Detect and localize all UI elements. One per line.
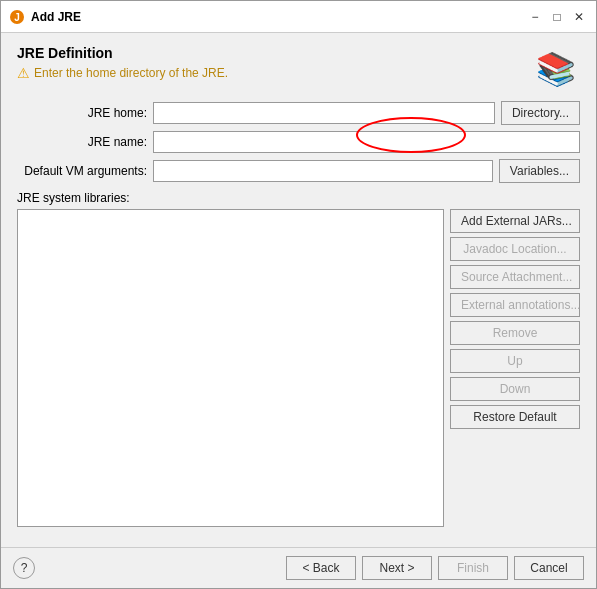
default-vm-label: Default VM arguments:: [17, 164, 147, 178]
next-button[interactable]: Next >: [362, 556, 432, 580]
jre-home-label: JRE home:: [17, 106, 147, 120]
add-external-jars-button[interactable]: Add External JARs...: [450, 209, 580, 233]
external-annotations-button[interactable]: External annotations...: [450, 293, 580, 317]
window-icon: J: [9, 9, 25, 25]
window-title: Add JRE: [31, 10, 81, 24]
close-button[interactable]: ✕: [570, 8, 588, 26]
footer-left: ?: [13, 557, 35, 579]
header-left: JRE Definition ⚠ Enter the home director…: [17, 45, 228, 81]
jre-name-label: JRE name:: [17, 135, 147, 149]
javadoc-location-button[interactable]: Javadoc Location...: [450, 237, 580, 261]
add-jre-window: J Add JRE − □ ✕ JRE Definition ⚠ Enter t…: [0, 0, 597, 589]
jre-books-icon: 📚: [532, 45, 580, 93]
form-section: JRE home: Directory... JRE name: Default…: [17, 101, 580, 183]
libraries-list[interactable]: [17, 209, 444, 527]
back-button[interactable]: < Back: [286, 556, 356, 580]
cancel-button[interactable]: Cancel: [514, 556, 584, 580]
title-controls: − □ ✕: [526, 8, 588, 26]
jre-home-row: JRE home: Directory...: [17, 101, 580, 125]
warning-text: Enter the home directory of the JRE.: [34, 66, 228, 80]
section-title: JRE Definition: [17, 45, 228, 61]
directory-button[interactable]: Directory...: [501, 101, 580, 125]
down-button[interactable]: Down: [450, 377, 580, 401]
variables-button[interactable]: Variables...: [499, 159, 580, 183]
footer: ? < Back Next > Finish Cancel: [1, 547, 596, 588]
up-button[interactable]: Up: [450, 349, 580, 373]
libraries-row: Add External JARs... Javadoc Location...…: [17, 209, 580, 527]
title-bar: J Add JRE − □ ✕: [1, 1, 596, 33]
minimize-button[interactable]: −: [526, 8, 544, 26]
footer-buttons: < Back Next > Finish Cancel: [286, 556, 584, 580]
header-row: JRE Definition ⚠ Enter the home director…: [17, 45, 580, 93]
warning-icon: ⚠: [17, 65, 30, 81]
default-vm-input[interactable]: [153, 160, 493, 182]
dialog-content: JRE Definition ⚠ Enter the home director…: [1, 33, 596, 547]
warning-row: ⚠ Enter the home directory of the JRE.: [17, 65, 228, 81]
libraries-label: JRE system libraries:: [17, 191, 580, 205]
libraries-section: JRE system libraries: Add External JARs.…: [17, 191, 580, 527]
jre-home-input[interactable]: [153, 102, 495, 124]
restore-button[interactable]: □: [548, 8, 566, 26]
libraries-buttons: Add External JARs... Javadoc Location...…: [450, 209, 580, 527]
default-vm-row: Default VM arguments: Variables...: [17, 159, 580, 183]
restore-default-button[interactable]: Restore Default: [450, 405, 580, 429]
remove-button[interactable]: Remove: [450, 321, 580, 345]
jre-name-row: JRE name:: [17, 131, 580, 153]
source-attachment-button[interactable]: Source Attachment...: [450, 265, 580, 289]
svg-text:J: J: [14, 12, 20, 23]
finish-button[interactable]: Finish: [438, 556, 508, 580]
help-button[interactable]: ?: [13, 557, 35, 579]
jre-name-input[interactable]: [153, 131, 580, 153]
